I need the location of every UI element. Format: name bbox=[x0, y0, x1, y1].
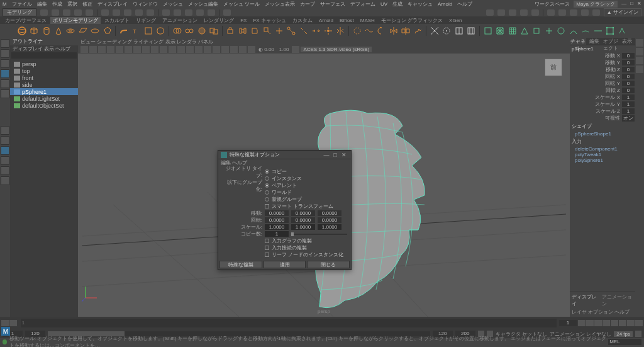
sweep-icon[interactable] bbox=[118, 25, 129, 37]
translate-x-input[interactable]: 0.0000 bbox=[265, 210, 289, 216]
minimize-window-icon[interactable]: — bbox=[621, 1, 626, 8]
outliner-item-side[interactable]: side bbox=[10, 81, 78, 88]
menu-meshedit[interactable]: メッシュ編集 bbox=[188, 1, 218, 8]
copies-slider[interactable] bbox=[291, 234, 347, 235]
cb-node-name[interactable]: pSphere1 bbox=[570, 45, 635, 52]
render-settings-icon[interactable] bbox=[509, 9, 516, 16]
separate-icon[interactable] bbox=[184, 25, 194, 37]
panel-tool-icon[interactable] bbox=[592, 9, 600, 16]
layout-single-icon[interactable] bbox=[1, 126, 9, 135]
vp-aa-icon[interactable] bbox=[204, 46, 211, 53]
snap-point-icon[interactable] bbox=[185, 9, 192, 16]
outliner-menu[interactable]: ディスプレイ 表示 ヘルプ bbox=[10, 45, 78, 52]
vp-shaded-icon[interactable] bbox=[160, 46, 167, 53]
sphere-icon[interactable] bbox=[16, 25, 27, 37]
shelf-tab-custom[interactable]: カスタム bbox=[290, 17, 315, 24]
range-bar[interactable] bbox=[48, 331, 430, 336]
attr-ty-value[interactable]: 0 bbox=[622, 60, 635, 65]
cb-tab-edit[interactable]: 編集 bbox=[586, 38, 602, 45]
cb-tab-object[interactable]: オブジェクト bbox=[602, 38, 619, 45]
vp-2d-pan-icon[interactable] bbox=[107, 46, 114, 53]
cb-shape-node[interactable]: pSphereShape1 bbox=[570, 131, 635, 137]
layer-submenu[interactable]: レイヤ オプション ヘルプ bbox=[572, 307, 633, 316]
light-editor-icon[interactable] bbox=[531, 9, 539, 16]
reduce-icon[interactable] bbox=[543, 25, 554, 37]
checkbox-input-conn[interactable] bbox=[265, 246, 269, 250]
combine-icon[interactable] bbox=[172, 25, 182, 37]
dialog-minimize-icon[interactable]: — bbox=[322, 152, 331, 158]
menu-edit[interactable]: 編集 bbox=[37, 1, 47, 8]
shelf-tab-fx[interactable]: FX bbox=[238, 18, 249, 23]
select-face-icon[interactable] bbox=[135, 9, 143, 16]
rotate-y-input[interactable]: 0.0000 bbox=[291, 217, 315, 223]
select-vert-icon[interactable] bbox=[113, 9, 120, 16]
workspace-dropdown[interactable]: Maya クラシック bbox=[574, 1, 618, 8]
spin-icon[interactable] bbox=[376, 25, 387, 37]
play-fwd-icon[interactable] bbox=[611, 320, 618, 326]
translate-z-input[interactable]: 0.0000 bbox=[318, 210, 341, 216]
snap-plane-icon[interactable] bbox=[196, 9, 204, 16]
cb-input-2[interactable]: polySphere1 bbox=[570, 157, 635, 163]
save-scene-icon[interactable] bbox=[63, 9, 70, 16]
cylinder-icon[interactable] bbox=[41, 25, 52, 37]
undo-icon[interactable] bbox=[74, 9, 82, 16]
step-fwd-frame-icon[interactable] bbox=[619, 320, 626, 326]
triangulate-icon[interactable] bbox=[519, 25, 530, 37]
menu-meshdisplay[interactable]: メッシュ表示 bbox=[265, 1, 295, 8]
vp-image-plane-icon[interactable] bbox=[98, 46, 106, 53]
cb-tab-show[interactable]: 表示 bbox=[619, 38, 635, 45]
channel-box-icon[interactable] bbox=[636, 65, 643, 73]
quadrangulate-icon[interactable] bbox=[531, 25, 542, 37]
shelf-tab-xgen[interactable]: XGen bbox=[447, 18, 464, 23]
select-tool-icon[interactable] bbox=[1, 39, 9, 48]
move-tool-icon[interactable] bbox=[1, 69, 9, 78]
time-ruler[interactable]: 1 bbox=[21, 319, 557, 327]
rotate-z-input[interactable]: 0.0000 bbox=[318, 217, 341, 223]
outliner-item-front[interactable]: front bbox=[10, 74, 78, 81]
plane-icon[interactable] bbox=[77, 25, 88, 37]
hypershade-icon[interactable] bbox=[520, 9, 528, 16]
translate-y-input[interactable]: 0.0000 bbox=[291, 210, 315, 216]
vp-xray-icon[interactable] bbox=[239, 46, 247, 53]
mirrror-icon[interactable] bbox=[401, 25, 411, 37]
vp-shadows-icon[interactable] bbox=[186, 46, 194, 53]
menu-generate[interactable]: 生成 bbox=[392, 1, 402, 8]
mergecenter-icon[interactable] bbox=[323, 25, 333, 37]
layout-outliner-icon[interactable] bbox=[1, 146, 9, 155]
attr-rz-value[interactable]: 0 bbox=[622, 88, 635, 93]
collapse-icon[interactable] bbox=[274, 25, 284, 37]
viewcube[interactable]: 前 bbox=[545, 59, 562, 76]
booleans-icon[interactable] bbox=[208, 25, 219, 37]
scale-z-input[interactable]: 1.0000 bbox=[318, 224, 341, 230]
retopo-icon[interactable] bbox=[507, 25, 518, 37]
attr-sy-value[interactable]: 1 bbox=[622, 101, 635, 107]
scale-y-input[interactable]: 1.0000 bbox=[291, 224, 315, 230]
cube-icon[interactable] bbox=[28, 25, 39, 37]
shelf-tab-fxcache[interactable]: FX キャッシュ bbox=[250, 17, 288, 24]
step-fwd-key-icon[interactable] bbox=[627, 320, 635, 326]
outliner-item-lightset[interactable]: defaultLightSet bbox=[10, 95, 78, 102]
play-back-icon[interactable] bbox=[602, 320, 610, 326]
close-button[interactable]: 閉じる bbox=[307, 261, 350, 268]
shelf-tab-anim[interactable]: アニメーション bbox=[160, 17, 200, 24]
offset-loop-icon[interactable] bbox=[466, 25, 477, 37]
menu-deform[interactable]: デフォーム bbox=[350, 1, 375, 8]
cb-tab-channels[interactable]: チャネル bbox=[570, 38, 586, 45]
cb-input-0[interactable]: deleteComponent1 bbox=[570, 146, 635, 152]
vp-isolate-icon[interactable] bbox=[230, 46, 238, 53]
symmetry-icon[interactable] bbox=[223, 9, 231, 16]
step-back-key-icon[interactable] bbox=[586, 320, 594, 326]
snap-grid-icon[interactable] bbox=[162, 9, 170, 16]
attr-sz-value[interactable]: 1 bbox=[622, 108, 635, 114]
layout-four-icon[interactable] bbox=[1, 136, 9, 145]
menu-modify[interactable]: 修正 bbox=[82, 1, 92, 8]
type-icon[interactable]: T bbox=[131, 25, 142, 37]
attr-ry-value[interactable]: 0 bbox=[622, 81, 635, 86]
vp-lights-icon[interactable] bbox=[177, 46, 185, 53]
attr-editor-icon[interactable] bbox=[636, 48, 643, 55]
edgeflow-icon[interactable] bbox=[364, 25, 374, 37]
radio-copy[interactable] bbox=[265, 169, 269, 174]
radio-parent[interactable] bbox=[265, 183, 269, 188]
layer-tab-anim[interactable]: アニメーション bbox=[602, 293, 633, 307]
insert-loop-icon[interactable] bbox=[453, 25, 464, 37]
